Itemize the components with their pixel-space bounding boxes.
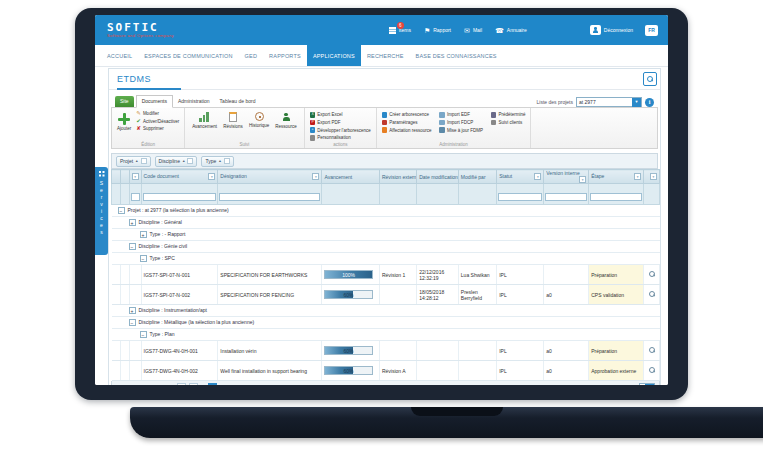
button-label: Ressource [275,124,297,129]
export-excel-button[interactable]: XExport Excel [310,112,371,118]
ribbon-tab-tableau-de-bord[interactable]: Tableau de bord [215,96,261,107]
info-icon[interactable]: i [645,98,654,107]
expand-icon[interactable]: + [140,231,147,238]
nav-tab-accueil[interactable]: ACCUEIL [101,45,138,66]
ressource-button[interactable]: Ressource [275,112,297,129]
filter-input-statut[interactable] [498,193,542,201]
modifier-button[interactable]: ✎Modifier [136,111,179,117]
column-header-version-interne[interactable]: Version interne▾ [544,170,589,184]
collapse-icon[interactable]: − [129,319,136,326]
ribbon-tab-documents[interactable]: Documents [136,95,173,108]
filter-input-code[interactable] [143,193,217,201]
filter-input-designation[interactable] [219,193,320,201]
column-header-statut[interactable]: Statut▾ [497,170,544,184]
add-button[interactable]: Ajouter [117,111,131,132]
zoom-row-icon[interactable] [649,367,655,373]
column-header-modifi-par[interactable]: Modifié par [458,170,496,184]
pr-d-termin-button[interactable]: Prédéterminé [491,112,526,118]
filter-icon[interactable]: ▾ [634,173,641,180]
filter-icon[interactable]: ▾ [650,173,657,180]
filter-icon[interactable]: ▾ [208,173,215,180]
table-row[interactable]: IGS77-DWG-4N-0H-002Well final installati… [112,361,660,381]
search-button[interactable] [643,72,657,86]
column-header-tape[interactable]: Étape▾ [589,170,644,184]
ribbon-tab-site[interactable]: Site [115,96,134,107]
nav-tab-ged[interactable]: GED [239,45,264,66]
services-vertical-tab[interactable]: Services [95,167,108,255]
r-visions-button[interactable]: Révisions [223,112,243,129]
group-chip-type[interactable]: Type▲ [201,156,233,167]
activer-d-sactiver-button[interactable]: ✔Activer/Désactiver [136,119,179,125]
filter-icon[interactable]: ▾ [132,173,139,180]
zoom-row-icon[interactable] [649,291,655,297]
import-edf-button[interactable]: Import EDF [439,112,483,118]
filter-icon[interactable]: ▾ [579,176,586,183]
export-pdf-button[interactable]: PExport PDF [310,120,371,126]
filter-input-version[interactable] [545,193,587,201]
column-header-code-document[interactable]: Code document▾ [141,170,218,184]
collapse-icon[interactable]: − [129,243,136,250]
affectation-ressource-button[interactable]: Affectation ressource [382,127,432,133]
pager-first-button[interactable]: « [177,383,186,385]
header-menu-d-connexion[interactable]: Déconnexion [590,25,633,35]
import-fdcp-button[interactable]: Import FDCP [439,120,483,126]
language-selector[interactable]: FR [645,25,658,36]
param-trages-button[interactable]: Paramétrages [382,120,432,126]
mise-jour-fdmp-button[interactable]: Mise à jour FDMP [439,127,483,133]
zoom-row-icon[interactable] [649,271,655,277]
app-logo[interactable]: SOFTIC Software and Options company [107,22,174,38]
filter-input-c3[interactable] [131,193,140,201]
project-dropdown[interactable]: at 2977 ▼ [576,97,642,107]
chip-menu-button[interactable] [224,158,230,164]
column-header-d-signation[interactable]: Désignation▾ [218,170,322,184]
table-row[interactable]: IGS77-SPI-07-N-001SPECIFICATION FOR EART… [112,265,660,285]
header-menu-annuaire[interactable]: ☎Annuaire [495,27,527,34]
cr-er-arborescence-button[interactable]: Créer arborescence [382,112,432,118]
chevron-down-icon[interactable]: ▼ [632,98,641,107]
header-menu-label: Mail [473,27,482,33]
header-menu-rapport[interactable]: ⚑Rapport [424,27,451,34]
table-row[interactable]: IGS77-SPI-07-N-002SPECIFICATION FOR FENC… [112,285,660,305]
column-header-avancement[interactable]: Avancement [322,170,380,184]
zoom-row-icon[interactable] [649,347,655,353]
historique-button[interactable]: Historique [249,112,269,129]
d-velopper-l-arborescence-button[interactable]: +Développer l'arborescence [310,127,371,133]
collapse-icon[interactable]: − [140,255,147,262]
cell-c3 [129,341,141,361]
group-chip-projet[interactable]: Projet▲ [116,156,151,167]
column-header-r-vision-externe[interactable]: Révision externe [379,170,416,184]
page-size-dropdown[interactable]: 12 ▼ [639,383,655,386]
expand-icon[interactable]: + [129,219,136,226]
pager-next-button[interactable]: › [208,383,217,385]
header-menu-mail[interactable]: ✉Mail [464,27,482,34]
collapse-icon[interactable]: − [140,331,147,338]
column-label: Révision externe [382,174,417,180]
ribbon-tab-administration[interactable]: Administration [173,96,215,107]
personnalisation-button[interactable]: Personnalisation [310,135,371,141]
header-menu-items[interactable]: Items6 [389,27,411,33]
nav-tab-espaces-de-communication[interactable]: ESPACES DE COMMUNICATION [138,45,238,66]
collapse-icon[interactable]: − [118,207,125,214]
filter-icon[interactable]: ▾ [534,173,541,180]
content-area: Services ETDMS SiteDocumentsAdministrati… [95,67,668,385]
filter-input-etape[interactable] [590,193,642,201]
button-label: Affectation ressource [389,128,431,133]
nav-tab-recherche[interactable]: RECHERCHE [361,45,410,66]
filter-cell-etape [589,184,644,205]
filter-icon[interactable]: ▾ [312,173,319,180]
suivi-clients-button[interactable]: Suivi clients [491,120,526,126]
nav-tab-rapports[interactable]: RAPPORTS [263,45,307,66]
nav-tab-base-des-connaissances[interactable]: BASE DES CONNAISSANCES [410,45,503,66]
chip-menu-button[interactable] [187,158,193,164]
pager-prev-button[interactable]: ‹ [189,383,198,385]
group-chip-discipline[interactable]: Discipline▲ [155,156,198,167]
chevron-down-icon[interactable]: ▼ [645,384,654,386]
avancement-button[interactable]: Avancement [192,112,217,129]
nav-tab-applications[interactable]: APPLICATIONS [307,45,361,66]
chip-menu-button[interactable] [141,158,147,164]
supprimer-button[interactable]: ✘Supprimer [136,126,179,132]
table-row[interactable]: IGS77-DWG-4N-0H-001Installation vérin60%… [112,341,660,361]
column-header-date-modification[interactable]: Date modification [417,170,459,184]
expand-icon[interactable]: + [129,307,136,314]
cell-code: IGS77-SPI-07-N-002 [141,285,218,305]
